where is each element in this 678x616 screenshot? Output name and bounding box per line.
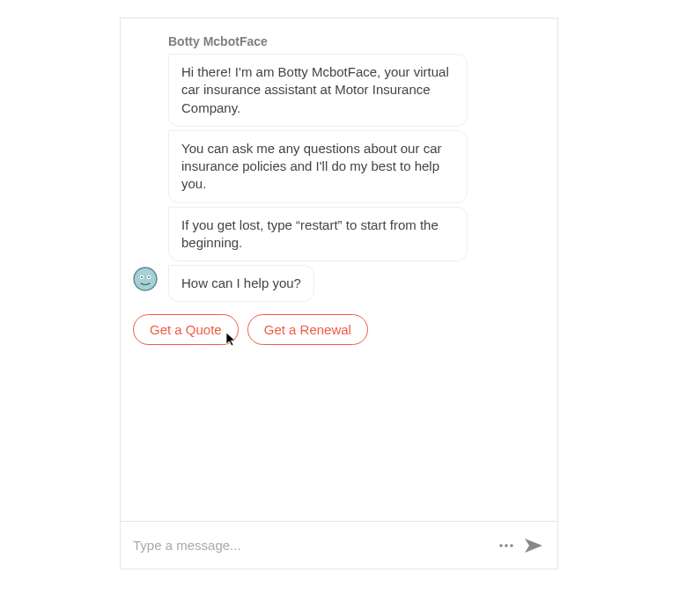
message-row: You can ask me any questions about our c… — [133, 130, 545, 203]
send-button[interactable] — [522, 534, 545, 557]
svg-point-5 — [499, 544, 503, 547]
more-icon — [497, 537, 515, 554]
svg-point-6 — [505, 544, 508, 547]
svg-point-4 — [148, 276, 150, 278]
bot-name: Botty McbotFace — [168, 34, 545, 48]
quick-replies: Get a Quote Get a Renewal — [133, 314, 545, 345]
more-button[interactable] — [497, 537, 515, 554]
avatar-slot — [133, 265, 168, 291]
svg-point-7 — [510, 544, 513, 547]
chat-body: Botty McbotFace Hi there! I'm am Botty M… — [121, 18, 557, 521]
bot-message: Hi there! I'm am Botty McbotFace, your v… — [168, 54, 468, 127]
input-bar — [121, 521, 557, 568]
svg-point-3 — [141, 276, 143, 278]
send-icon — [522, 534, 545, 557]
bot-avatar-icon — [133, 267, 158, 291]
bot-message: You can ask me any questions about our c… — [168, 130, 468, 203]
chat-window: Botty McbotFace Hi there! I'm am Botty M… — [120, 18, 558, 569]
svg-point-0 — [134, 268, 157, 290]
message-row: Hi there! I'm am Botty McbotFace, your v… — [133, 54, 545, 127]
message-row: How can I help you? — [133, 265, 545, 302]
message-input[interactable] — [133, 538, 490, 553]
message-row: If you get lost, type “restart” to start… — [133, 207, 545, 262]
bot-message: If you get lost, type “restart” to start… — [168, 207, 468, 262]
quick-reply-quote[interactable]: Get a Quote — [133, 314, 239, 345]
quick-reply-renewal[interactable]: Get a Renewal — [247, 314, 368, 345]
bot-message: How can I help you? — [168, 265, 314, 302]
